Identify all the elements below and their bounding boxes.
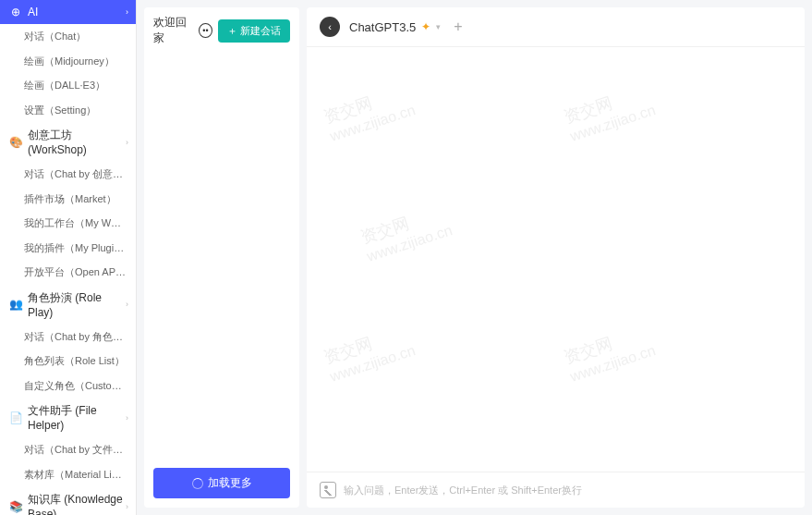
star-icon: ✦ xyxy=(421,20,430,33)
chat-body: 资交网www.zijiao.cn 资交网www.zijiao.cn 资交网www… xyxy=(307,47,805,472)
plus-icon: ＋ xyxy=(227,24,237,38)
nav-item-0-3[interactable]: 设置（Setting） xyxy=(0,98,136,123)
nav-item-3-0[interactable]: 对话（Chat by 文件助手） xyxy=(0,437,136,462)
add-model-button[interactable]: + xyxy=(450,18,466,35)
group-label: 创意工坊 (WorkShop) xyxy=(28,128,126,156)
group-label: 知识库 (Knowledge Base) xyxy=(28,492,126,515)
nav-group-4[interactable]: 📚知识库 (Knowledge Base)› xyxy=(0,486,136,515)
group-icon: 👥 xyxy=(9,298,22,311)
nav-item-0-1[interactable]: 绘画（Midjourney） xyxy=(0,49,136,74)
model-selector[interactable]: ChatGPT3.5 ✦ ▾ xyxy=(349,20,441,34)
welcome-text: 欢迎回家 xyxy=(153,15,195,46)
chevron-down-icon: ▾ xyxy=(436,22,441,31)
model-name: ChatGPT3.5 xyxy=(349,20,416,34)
chat-header: ‹ ChatGPT3.5 ✦ ▾ + xyxy=(307,7,805,47)
nav-item-2-2[interactable]: 自定义角色（Custom Role） xyxy=(0,374,136,399)
chevron-right-icon: › xyxy=(126,300,128,309)
chevron-right-icon: › xyxy=(126,138,128,147)
new-session-button[interactable]: ＋ 新建会话 xyxy=(218,19,290,43)
welcome-label: 欢迎回家 •• xyxy=(153,15,212,46)
chevron-left-icon: ‹ xyxy=(328,21,332,32)
session-header: 欢迎回家 •• ＋ 新建会话 xyxy=(144,7,299,54)
group-label: 文件助手 (File Helper) xyxy=(28,403,126,432)
nav-item-1-3[interactable]: 我的插件（My Plugin） xyxy=(0,236,136,261)
new-session-label: 新建会话 xyxy=(240,24,281,38)
load-more-button[interactable]: 加载更多 xyxy=(153,468,290,498)
group-label: AI xyxy=(28,6,38,18)
chevron-right-icon: › xyxy=(126,413,128,423)
smile-icon: •• xyxy=(199,23,212,38)
nav-item-1-0[interactable]: 对话（Chat by 创意工坊） xyxy=(0,162,136,187)
chevron-right-icon: › xyxy=(126,502,128,511)
chat-input[interactable] xyxy=(344,484,792,496)
nav-item-1-1[interactable]: 插件市场（Market） xyxy=(0,187,136,212)
group-icon: 📄 xyxy=(9,411,22,424)
load-more-label: 加载更多 xyxy=(208,475,252,491)
group-icon: 📚 xyxy=(9,500,22,513)
group-icon: 🎨 xyxy=(9,136,22,149)
image-upload-icon[interactable] xyxy=(320,482,336,498)
group-label: 角色扮演 (Role Play) xyxy=(28,290,126,319)
group-icon: ⊕ xyxy=(9,6,22,18)
sidebar: ⊕AI›对话（Chat）绘画（Midjourney）绘画（DALL·E3）设置（… xyxy=(0,0,137,515)
nav-group-2[interactable]: 👥角色扮演 (Role Play)› xyxy=(0,285,136,325)
plus-icon: + xyxy=(454,18,462,34)
nav-item-1-2[interactable]: 我的工作台（My Workbench） xyxy=(0,211,136,236)
nav-group-3[interactable]: 📄文件助手 (File Helper)› xyxy=(0,398,136,437)
nav-item-2-1[interactable]: 角色列表（Role List） xyxy=(0,349,136,374)
session-panel: 欢迎回家 •• ＋ 新建会话 加载更多 xyxy=(144,7,299,508)
nav-item-2-0[interactable]: 对话（Chat by 角色扮演） xyxy=(0,325,136,349)
session-list xyxy=(144,54,299,460)
nav-group-0[interactable]: ⊕AI› xyxy=(0,0,136,24)
back-button[interactable]: ‹ xyxy=(320,17,340,37)
main-area: 欢迎回家 •• ＋ 新建会话 加载更多 ‹ ChatGPT3.5 ✦ ▾ xyxy=(137,0,812,515)
chat-input-bar xyxy=(307,472,805,508)
nav-item-1-4[interactable]: 开放平台（Open API） xyxy=(0,260,136,285)
nav-item-0-2[interactable]: 绘画（DALL·E3） xyxy=(0,73,136,98)
loading-icon xyxy=(192,478,203,489)
chevron-right-icon: › xyxy=(126,7,128,17)
chat-panel: ‹ ChatGPT3.5 ✦ ▾ + 资交网www.zijiao.cn 资交网w… xyxy=(307,7,805,508)
nav-group-1[interactable]: 🎨创意工坊 (WorkShop)› xyxy=(0,122,136,162)
nav-item-0-0[interactable]: 对话（Chat） xyxy=(0,24,136,49)
nav-item-3-1[interactable]: 素材库（Material Library） xyxy=(0,462,136,487)
